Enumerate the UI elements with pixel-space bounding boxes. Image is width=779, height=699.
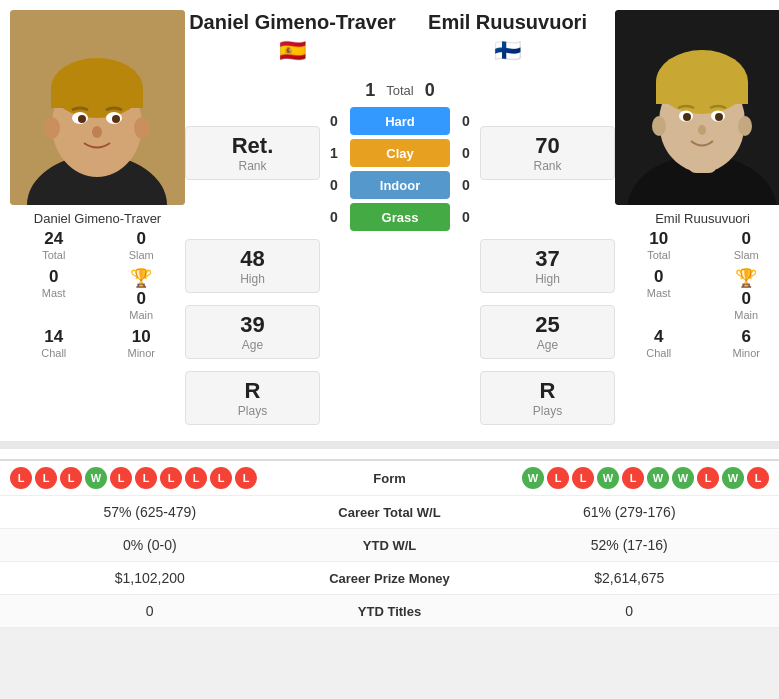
- right-minor-stat: 6 Minor: [703, 324, 780, 362]
- right-total-value: 10: [615, 229, 703, 249]
- indoor-right: 0: [456, 177, 476, 193]
- left-trophy-area: 🏆 0 Main: [98, 264, 186, 324]
- stat-right-value: 61% (279-176): [490, 504, 770, 520]
- stats-row: 0 YTD Titles 0: [0, 595, 779, 628]
- right-rank-value: 70: [481, 133, 614, 159]
- right-player-stats-grid: 10 Total 0 Slam 0 Mast 🏆 0 Main 4: [615, 226, 779, 362]
- grass-row: 0 Grass 0: [324, 203, 476, 231]
- left-plays-value: R: [186, 378, 319, 404]
- left-rank-label: Rank: [186, 159, 319, 173]
- left-slam-stat: 0 Slam: [98, 226, 186, 264]
- right-plays-label: Plays: [481, 404, 614, 418]
- stat-right-value: 52% (17-16): [490, 537, 770, 553]
- svg-point-7: [134, 117, 150, 139]
- stats-row: 0% (0-0) YTD W/L 52% (17-16): [0, 529, 779, 562]
- left-minor-label: Minor: [98, 347, 186, 359]
- left-player-name-top: Daniel Gimeno-Traver 🇪🇸: [185, 10, 400, 68]
- surface-buttons: 1 Total 0 0 Hard 0 1 Clay 0: [324, 74, 476, 231]
- grass-button[interactable]: Grass: [350, 203, 450, 231]
- left-total-stat: 24 Total: [10, 226, 98, 264]
- stat-right-value: 0: [490, 603, 770, 619]
- right-chall-label: Chall: [615, 347, 703, 359]
- stat-left-value: 57% (625-479): [10, 504, 290, 520]
- stat-left-value: 0% (0-0): [10, 537, 290, 553]
- age-row: 39 Age 25 Age: [185, 301, 615, 363]
- right-rank-label: Rank: [481, 159, 614, 173]
- left-trophy-icon: 🏆: [130, 267, 152, 289]
- stat-label: YTD Titles: [290, 604, 490, 619]
- stat-label: YTD W/L: [290, 538, 490, 553]
- form-badge: L: [185, 467, 207, 489]
- left-minor-value: 10: [98, 327, 186, 347]
- left-main-label: Main: [129, 309, 153, 321]
- right-high-label: High: [481, 272, 614, 286]
- form-badge: W: [597, 467, 619, 489]
- clay-right: 0: [456, 145, 476, 161]
- grass-left: 0: [324, 209, 344, 225]
- clay-button[interactable]: Clay: [350, 139, 450, 167]
- form-badge: W: [722, 467, 744, 489]
- stats-rows: 57% (625-479) Career Total W/L 61% (279-…: [0, 496, 779, 628]
- right-chall-stat: 4 Chall: [615, 324, 703, 362]
- left-mast-label: Mast: [10, 287, 98, 299]
- form-badge: L: [622, 467, 644, 489]
- right-slam-stat: 0 Slam: [703, 226, 780, 264]
- form-badge: L: [547, 467, 569, 489]
- left-minor-stat: 10 Minor: [98, 324, 186, 362]
- right-chall-value: 4: [615, 327, 703, 347]
- hard-button[interactable]: Hard: [350, 107, 450, 135]
- right-player: Emil Ruusuvuori 10 Total 0 Slam 0 Mast 🏆…: [615, 10, 779, 431]
- left-chall-value: 14: [10, 327, 98, 347]
- form-badge: L: [60, 467, 82, 489]
- form-label: Form: [330, 471, 450, 486]
- form-badge: L: [160, 467, 182, 489]
- left-chall-label: Chall: [10, 347, 98, 359]
- left-plays-label: Plays: [186, 404, 319, 418]
- right-trophy-area: 🏆 0 Main: [703, 264, 780, 324]
- stat-right-value: $2,614,675: [490, 570, 770, 586]
- right-mast-value: 0: [615, 267, 703, 287]
- right-player-name: Emil Ruusuvuori: [655, 211, 750, 226]
- indoor-button[interactable]: Indoor: [350, 171, 450, 199]
- right-age-value: 25: [481, 312, 614, 338]
- form-badge: L: [110, 467, 132, 489]
- left-slam-label: Slam: [98, 249, 186, 261]
- left-high-card: 48 High: [185, 235, 336, 297]
- center-column: Daniel Gimeno-Traver 🇪🇸 Emil Ruusuvuori …: [185, 10, 615, 431]
- left-rank-card: Ret. Rank: [185, 122, 320, 184]
- stat-left-value: $1,102,200: [10, 570, 290, 586]
- form-badge: L: [572, 467, 594, 489]
- right-player-name-top: Emil Ruusuvuori 🇫🇮: [400, 10, 615, 68]
- left-form-badges: LLLWLLLLLL: [10, 467, 330, 489]
- hard-right: 0: [456, 113, 476, 129]
- right-age-card: 25 Age: [464, 301, 615, 363]
- svg-point-6: [44, 117, 60, 139]
- form-badge: L: [35, 467, 57, 489]
- svg-point-11: [112, 115, 120, 123]
- plays-row: R Plays R Plays: [185, 367, 615, 429]
- form-badge: L: [135, 467, 157, 489]
- left-total-label: Total: [10, 249, 98, 261]
- svg-point-12: [92, 126, 102, 138]
- left-main-value: 0: [137, 289, 146, 309]
- right-slam-label: Slam: [703, 249, 780, 261]
- right-plays-value: R: [481, 378, 614, 404]
- right-high-value: 37: [481, 246, 614, 272]
- left-mast-stat: 0 Mast: [10, 264, 98, 324]
- left-player-stats-grid: 24 Total 0 Slam 0 Mast 🏆 0 Main 14: [10, 226, 185, 362]
- left-total-score: 1: [360, 80, 380, 101]
- high-row: 48 High 37 High: [185, 235, 615, 297]
- form-row: LLLWLLLLLL Form WLLWLWWLWL: [0, 461, 779, 496]
- right-flag: 🇫🇮: [400, 38, 615, 64]
- right-total-score: 0: [420, 80, 440, 101]
- form-badge: W: [672, 467, 694, 489]
- right-main-value: 0: [742, 289, 751, 309]
- form-badge: L: [747, 467, 769, 489]
- left-age-label: Age: [186, 338, 319, 352]
- svg-point-23: [683, 113, 691, 121]
- right-minor-label: Minor: [703, 347, 780, 359]
- svg-point-20: [738, 116, 752, 136]
- left-slam-value: 0: [98, 229, 186, 249]
- hard-left: 0: [324, 113, 344, 129]
- form-badge: W: [647, 467, 669, 489]
